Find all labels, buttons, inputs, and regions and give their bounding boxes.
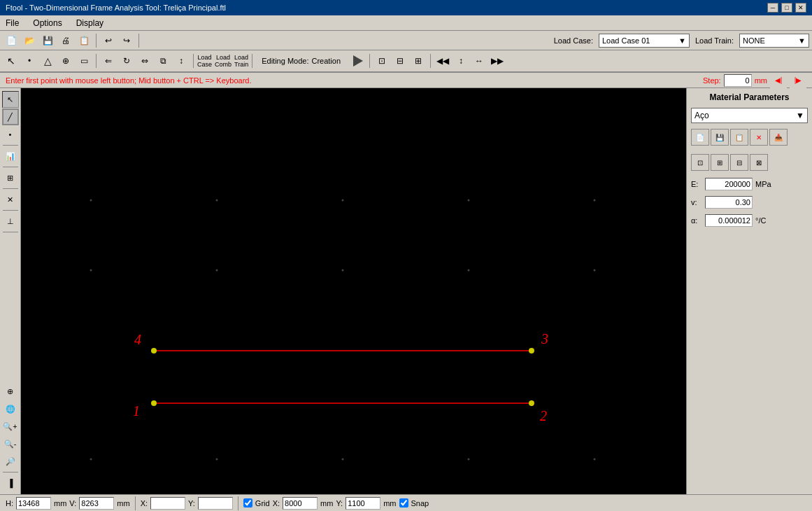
canvas-svg: // Draw dots dynamically 1 2 3 4 — [21, 88, 686, 494]
open-button[interactable]: 📂 — [21, 33, 38, 48]
sep6 — [369, 54, 370, 68]
v-label: V: — [69, 499, 76, 507]
node-3[interactable] — [529, 348, 534, 354]
maximize-button[interactable]: □ — [781, 3, 792, 13]
zoom-window-btn[interactable]: ↔ — [471, 53, 487, 69]
joint-tool[interactable]: ⊕ — [57, 53, 74, 69]
svg-point-8 — [468, 270, 470, 272]
step-decrease-btn[interactable]: ◀| — [770, 73, 787, 88]
clipboard-button[interactable]: 📋 — [76, 33, 92, 48]
h-unit: mm — [54, 499, 66, 507]
node-label-3: 3 — [541, 331, 548, 346]
zoom-in-btn[interactable]: 🔍+ — [2, 418, 19, 435]
rotate-tool[interactable]: ↻ — [118, 53, 135, 69]
move-tool[interactable]: ⇐ — [100, 53, 117, 69]
undo-button[interactable]: ↩ — [100, 33, 117, 48]
new-button[interactable]: 📄 — [3, 33, 20, 48]
play-button[interactable] — [353, 55, 363, 66]
node-1[interactable] — [151, 400, 157, 406]
svg-point-10 — [90, 458, 92, 461]
step-input[interactable]: 0 — [724, 74, 752, 87]
save-button[interactable]: 💾 — [39, 33, 56, 48]
pointer-tool[interactable]: ↖ — [3, 53, 20, 69]
beam-tool[interactable]: △ — [39, 53, 56, 69]
redo-button[interactable]: ↪ — [118, 33, 135, 48]
v-value: 8263 — [79, 497, 114, 510]
select-window-btn[interactable]: ⊟ — [392, 53, 408, 69]
select-all-btn[interactable]: ⊡ — [373, 53, 390, 69]
mat-new-btn[interactable]: 📄 — [691, 129, 709, 146]
line-tool-btn[interactable]: ╱ — [2, 108, 19, 125]
x-value — [150, 497, 185, 510]
svg-point-0 — [90, 200, 92, 202]
globe-btn[interactable]: 🌐 — [2, 400, 19, 417]
loadcomb-btn[interactable]: LoadComb — [215, 54, 232, 68]
editing-mode-value: Creation — [311, 57, 341, 65]
print-button[interactable]: 🖨 — [57, 33, 74, 48]
scale-tool[interactable]: ↕ — [173, 53, 190, 69]
node-4[interactable] — [151, 348, 157, 354]
info-bar: Enter first point with mouse left button… — [0, 73, 812, 88]
material-dropdown[interactable]: Aço ▼ — [691, 108, 808, 123]
mirror-tool[interactable]: ⇔ — [136, 53, 153, 69]
pan-right-btn[interactable]: ▶▶ — [489, 53, 506, 69]
loadcase-dropdown[interactable]: Load Case 01 ▼ — [599, 34, 690, 48]
node-label-4: 4 — [134, 332, 141, 347]
select-crossing-btn[interactable]: ⊞ — [410, 53, 427, 69]
support-btn[interactable]: ⊥ — [2, 213, 19, 230]
mat-save-btn[interactable]: 💾 — [711, 129, 729, 146]
zoom-out-btn[interactable]: 🔍- — [2, 435, 19, 452]
close-button[interactable]: ✕ — [795, 3, 806, 13]
mat-btn-d[interactable]: ⊠ — [750, 154, 768, 171]
menu-bar: File Options Display — [0, 15, 812, 31]
separator1 — [96, 34, 97, 48]
minimize-button[interactable]: ─ — [767, 3, 778, 13]
material-value: Aço — [695, 111, 709, 120]
select-tool-btn[interactable]: ↖ — [2, 91, 19, 108]
alpha-input[interactable] — [705, 214, 753, 227]
ruler-btn[interactable]: ▐ — [2, 475, 19, 491]
loadcase-btn[interactable]: LoadCase — [197, 54, 212, 68]
y-value — [198, 497, 233, 510]
svg-point-6 — [216, 270, 218, 272]
loadcase-label: Load Case: — [554, 36, 593, 45]
sep3 — [96, 54, 97, 68]
mat-delete-btn[interactable]: ✕ — [750, 129, 768, 146]
bg-dots — [90, 200, 596, 495]
mat-btn-c[interactable]: ⊟ — [730, 154, 748, 171]
menu-display[interactable]: Display — [73, 17, 106, 29]
grid-checkbox[interactable] — [243, 498, 252, 507]
node-2[interactable] — [529, 400, 534, 406]
mat-copy-btn[interactable]: 📋 — [730, 129, 748, 146]
v-input[interactable] — [705, 196, 753, 209]
sb-sep2 — [238, 496, 238, 510]
pan-left-btn[interactable]: ◀◀ — [434, 53, 451, 69]
copy-tool[interactable]: ⧉ — [155, 53, 171, 69]
mat-btn-b[interactable]: ⊞ — [711, 154, 729, 171]
mat-import-btn[interactable]: 📥 — [769, 129, 788, 146]
left-toolbar: ↖ ╱ • 📊 ⊞ ✕ ⊥ ⊕ 🌐 🔍+ 🔍- 🔎 ▐ — [0, 88, 21, 494]
left-sep1 — [3, 145, 18, 146]
menu-options[interactable]: Options — [30, 17, 64, 29]
mat-btn-a[interactable]: ⊡ — [691, 154, 709, 171]
zoom-fit-btn[interactable]: ⊕ — [2, 383, 19, 400]
menu-file[interactable]: File — [3, 17, 22, 29]
node-tool[interactable]: • — [21, 53, 38, 69]
bar-chart-btn[interactable]: 📊 — [2, 148, 19, 164]
rect-tool[interactable]: ▭ — [76, 53, 92, 69]
zoom-in-btn[interactable]: ↕ — [453, 53, 469, 69]
zoom-custom-btn[interactable]: 🔎 — [2, 453, 19, 470]
step-label: Step: — [703, 76, 721, 85]
node-btn[interactable]: • — [2, 126, 19, 143]
snap-checkbox[interactable] — [399, 498, 408, 507]
e-input[interactable] — [705, 178, 753, 190]
loadtrain-dropdown[interactable]: NONE ▼ — [739, 34, 809, 48]
svg-point-11 — [216, 458, 218, 461]
step-increase-btn[interactable]: |▶ — [790, 73, 806, 88]
grid-btn[interactable]: ⊞ — [2, 169, 19, 186]
delete-btn[interactable]: ✕ — [2, 191, 19, 208]
sb-sep1 — [135, 496, 136, 510]
right-toolbars: ⊡ ⊟ ⊞ ◀◀ ↕ ↔ ▶▶ — [367, 53, 506, 69]
canvas-area[interactable]: // Draw dots dynamically 1 2 3 4 — [21, 88, 686, 494]
loadtrain-btn[interactable]: LoadTrain — [234, 54, 248, 68]
